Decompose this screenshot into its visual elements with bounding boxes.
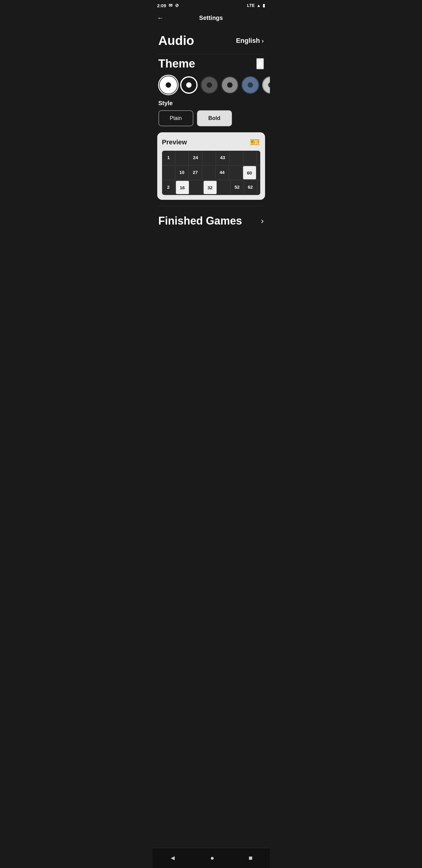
bingo-cell-0-7: 75 [257,151,260,164]
finished-games-label: Finished Games [158,215,242,227]
bingo-cell-2-2 [190,180,203,193]
bingo-cell-0-2: 24 [189,151,202,164]
bingo-row-2: 216325262 [162,180,260,195]
back-button[interactable]: ← [157,14,164,22]
bingo-cell-1-0 [162,165,175,179]
theme-option-5[interactable] [241,76,259,94]
theme-option-6[interactable] [262,76,270,94]
bingo-grid: 1244375821027446076216325262 [162,151,260,195]
ticket-icon: 🎫 [250,137,260,147]
bingo-cell-1-4: 44 [216,165,229,179]
bingo-cell-1-3 [202,165,216,179]
style-bold-button[interactable]: Bold [197,110,232,126]
audio-label: Audio [158,33,194,48]
style-label: Style [158,100,264,107]
bingo-cell-1-2: 27 [189,165,202,179]
page-title: Settings [199,14,223,22]
theme-collapse-button[interactable]: ∧ [256,58,264,69]
theme-option-2[interactable] [180,76,198,94]
status-bar: 2:09 ✉ ⊘ LTE ▲ ▮ [153,0,270,11]
theme-options [158,76,264,94]
audio-row[interactable]: Audio English › [153,25,270,54]
bingo-cell-2-5: 52 [231,180,244,193]
top-nav: ← Settings [153,11,270,25]
style-plain-button[interactable]: Plain [158,110,193,126]
lte-label: LTE [247,3,255,8]
bingo-cell-0-3 [202,151,216,164]
theme-option-3[interactable] [201,76,218,94]
bingo-cell-2-4 [218,180,231,193]
block-icon: ⊘ [175,3,179,8]
bingo-cell-2-7 [257,180,260,193]
status-left: 2:09 ✉ ⊘ [157,3,179,8]
theme-option-4[interactable] [221,76,238,94]
bingo-cell-0-0: 1 [162,151,175,164]
bingo-cell-0-4: 43 [216,151,230,164]
bingo-cell-2-1: 16 [176,181,189,194]
theme-section: Theme ∧ [153,54,270,94]
theme-label: Theme [158,57,195,70]
mail-icon: ✉ [169,3,172,8]
battery-icon: ▮ [263,3,265,8]
audio-language-value: English [236,37,260,44]
bingo-cell-0-1 [175,151,189,164]
finished-games-chevron-icon: › [261,216,264,226]
status-right: LTE ▲ ▮ [247,3,265,8]
bingo-cell-1-1: 10 [175,165,189,179]
bingo-cell-1-7: 76 [257,165,260,179]
preview-title: Preview [162,138,187,146]
bingo-cell-0-6 [243,151,257,164]
audio-chevron-icon: › [262,37,264,44]
bingo-cell-0-5 [230,151,243,164]
finished-games-row[interactable]: Finished Games › [153,206,270,236]
bingo-cell-2-0: 2 [162,180,175,193]
theme-header: Theme ∧ [158,57,264,70]
preview-header: Preview 🎫 [162,137,260,147]
theme-option-1[interactable] [160,76,177,94]
audio-language-selector[interactable]: English › [236,37,264,44]
bingo-cell-1-5 [229,165,242,179]
signal-icon: ▲ [257,3,261,8]
bingo-cell-2-6: 62 [244,180,257,193]
bingo-row-0: 124437582 [162,151,260,165]
bingo-cell-2-3: 32 [204,181,217,194]
bingo-cell-1-6: 60 [243,166,256,179]
bingo-row-1: 1027446076 [162,165,260,180]
preview-card: Preview 🎫 1244375821027446076216325262 [157,132,265,200]
status-time: 2:09 [157,3,166,8]
style-section: Style Plain Bold [153,100,270,126]
style-buttons: Plain Bold [158,110,264,126]
